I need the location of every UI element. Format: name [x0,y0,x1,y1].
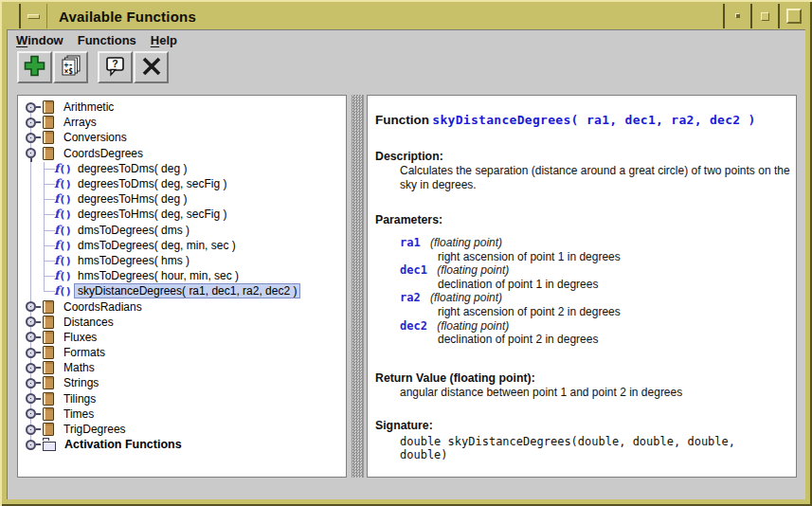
doc-title-signature: skyDistanceDegrees( ra1, dec1, ra2, dec2… [432,113,755,127]
tree-expander-icon[interactable] [24,375,41,390]
tree-item-label: hmsToDegrees( hms ) [75,254,192,267]
tree-item-coordsdegrees[interactable]: CoordsDegrees [18,146,346,161]
param-name: dec2 [400,319,427,333]
tree-item-label: Times [61,407,97,421]
green-plus-icon [22,53,47,81]
tree-item-degreestohms[interactable]: degreesToHms( deg ) [18,191,346,207]
tree-expander-icon[interactable] [24,345,41,360]
tree-item-strings[interactable]: Strings [18,375,346,390]
param-row: dec2 (floating point) [400,319,788,334]
tree-item-skydistancedegrees[interactable]: skyDistanceDegrees( ra1, dec1, ra2, dec2… [18,283,346,298]
doc-title: Function skyDistanceDegrees( ra1, dec1, … [375,113,788,127]
add-function-button[interactable] [17,51,52,83]
tree-item-tilings[interactable]: Tilings [18,391,346,407]
window-menu-button[interactable] [21,4,47,28]
tree-item-label: skyDistanceDegrees( ra1, dec1, ra2, dec2… [75,284,299,298]
book-icon [43,407,54,421]
tree-expander-icon[interactable] [24,130,41,145]
tree-item-dmstodegrees[interactable]: dmsToDegrees( deg, min, sec ) [18,238,346,253]
tree-expander-icon[interactable] [24,146,41,161]
param-row: ra2 (floating point) [400,291,788,305]
close-button[interactable] [134,51,169,83]
book-icon [43,300,54,314]
available-functions-window: Available Functions Window Functions Hel… [0,0,812,506]
function-icon [54,178,73,190]
tree-item-arrays[interactable]: Arrays [18,115,346,130]
tree-item-fluxes[interactable]: Fluxes [18,330,346,345]
book-icon [43,346,54,359]
tree-item-coordsradians[interactable]: CoordsRadians [18,298,346,314]
tree-item-hmstodegrees[interactable]: hmsToDegrees( hms ) [18,253,346,268]
tree-item-degreestodms[interactable]: degreesToDms( deg ) [18,161,346,176]
menu-functions[interactable]: Functions [72,31,145,50]
tree-item-degreestohms[interactable]: degreesToHms( deg, secFig ) [18,207,346,222]
tree-item-label: dmsToDegrees( dms ) [75,224,192,237]
tree-item-label: Conversions [61,131,130,144]
menu-window[interactable]: Window [10,31,72,50]
function-tree: ArithmeticArraysConversionsCoordsDegrees… [18,96,346,477]
minimize-dot-icon [736,14,740,18]
tree-item-dmstodegrees[interactable]: dmsToDegrees( dms ) [18,223,346,238]
function-icon [54,193,73,205]
tree-expander-icon[interactable] [24,422,41,437]
tree-item-hmstodegrees[interactable]: hmsToDegrees( hour, min, sec ) [18,268,346,283]
tree-item-label: dmsToDegrees( deg, min, sec ) [75,239,239,252]
restore-button[interactable] [750,4,778,28]
restore-square-icon [761,12,769,21]
menu-help[interactable]: Help [145,31,186,50]
tree-item-label: degreesToHms( deg, secFig ) [75,208,229,221]
tree-item-maths[interactable]: Maths [18,360,346,375]
param-name: dec1 [400,263,427,277]
tree-item-label: CoordsRadians [61,300,145,314]
tree-item-times[interactable]: Times [18,407,346,422]
tree-item-label: Formats [61,346,108,359]
tree-item-formats[interactable]: Formats [18,345,346,360]
tree-expander-icon[interactable] [24,115,41,130]
browse-functions-button[interactable]: +- ×$ [53,51,88,83]
window-title: Available Functions [47,4,723,28]
tree-expander-icon[interactable] [24,315,41,330]
tree-expander-icon[interactable] [24,99,41,115]
tree-expander-icon[interactable] [24,299,41,315]
function-icon [54,285,73,297]
tree-item-conversions[interactable]: Conversions [18,130,346,145]
tree-item-label: Arithmetic [61,100,117,114]
folder-icon [43,442,56,451]
toolbar: +- ×$ ? [17,51,169,85]
book-icon [43,131,54,144]
split-divider[interactable] [352,95,364,478]
frame-corner-top-left[interactable] [4,4,21,28]
param-type: (floating point) [430,291,502,304]
function-icon [54,225,73,236]
description-text: Calculates the separation (distance arou… [400,164,792,192]
tree-item-label: Strings [61,376,101,389]
function-doc-panel: Function skyDistanceDegrees( ra1, dec1, … [367,95,797,478]
tree-item-label: Distances [61,316,117,329]
tree-item-label: Arrays [61,116,99,129]
tree-item-label: degreesToHms( deg ) [75,192,189,206]
titlebar[interactable]: Available Functions [4,4,808,28]
book-icon [43,423,54,436]
tree-item-label: degreesToDms( deg ) [75,162,189,175]
tree-item-activation-functions[interactable]: Activation Functions [18,437,346,452]
tree-expander-icon[interactable] [24,330,41,345]
tree-item-trigdegrees[interactable]: TrigDegrees [18,422,346,437]
help-button[interactable]: ? [98,51,133,83]
tree-expander-icon[interactable] [24,391,41,407]
return-value-label: Return Value (floating point): [375,371,788,385]
tree-expander-icon[interactable] [24,360,41,375]
tree-expander-icon[interactable] [24,407,41,422]
book-icon [43,392,54,406]
book-icon [43,116,54,129]
tree-item-distances[interactable]: Distances [18,315,346,330]
tree-expander-icon[interactable] [24,437,41,452]
tree-item-arithmetic[interactable]: Arithmetic [18,99,346,115]
function-icon [54,255,73,266]
doc-title-keyword: Function [375,113,429,127]
param-name: ra1 [400,236,421,249]
tree-item-degreestodms[interactable]: degreesToDms( deg, secFig ) [18,176,346,191]
param-desc: right ascension of point 2 in degrees [438,305,788,319]
book-icon [43,100,54,114]
minimize-button[interactable] [723,4,750,28]
maximize-button[interactable] [778,4,808,28]
